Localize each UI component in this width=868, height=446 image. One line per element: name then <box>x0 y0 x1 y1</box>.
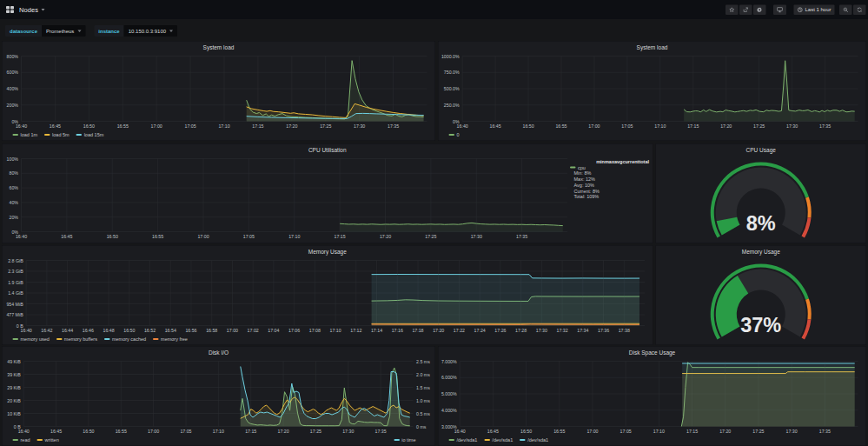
legend-series-dash <box>13 338 19 340</box>
x-axis-label: 17:25 <box>310 429 321 434</box>
x-axis-label: 17:08 <box>309 328 321 333</box>
x-axis-label: 17:35 <box>819 123 831 129</box>
y-axis-label: 80% <box>9 170 18 176</box>
dashboard-title-dropdown[interactable]: Nodes <box>19 6 45 14</box>
x-axis-label: 17:35 <box>388 123 399 129</box>
x-axis-label: 16:50 <box>123 328 135 333</box>
memory-usage-graph-chart[interactable]: 0 B477 MiB954 MiB1.4 GiB1.9 GiB2.3 GiB2.… <box>3 257 653 345</box>
time-range-picker[interactable]: Last 1 hour <box>793 4 834 15</box>
refresh-button[interactable] <box>853 4 866 15</box>
x-axis-label: 16:45 <box>61 234 72 239</box>
grafana-logo-icon[interactable] <box>6 6 14 13</box>
x-axis-label: 17:25 <box>425 234 436 239</box>
y-axis-label: 750.0% <box>444 70 460 75</box>
y-axis-label: 7.000% <box>441 359 457 364</box>
variable-instance: instance 10.150.0.3:9100 <box>94 25 177 37</box>
x-axis-label: 17:05 <box>243 234 255 239</box>
x-axis-label: 16:56 <box>185 328 196 333</box>
settings-button[interactable] <box>753 4 766 15</box>
disk-space-usage-chart[interactable]: 3.000%4.000%5.000%6.000%7.000%16:4016:45… <box>439 358 866 446</box>
y-axis-label: 954 MiB <box>6 302 23 307</box>
legend-series-label: /dev/sda1 <box>457 437 478 443</box>
legend-series-dash <box>76 134 83 136</box>
panel-memory-usage-gauge: Memory Usage37% <box>656 245 867 345</box>
legend-item[interactable]: io time <box>394 437 415 443</box>
refresh-icon <box>857 7 863 13</box>
y-axis-label: 100% <box>7 156 19 162</box>
y-axis-label: 40% <box>9 200 18 205</box>
variable-instance-value: 10.150.0.3:9100 <box>129 28 166 34</box>
x-axis-label: 17:20 <box>277 429 288 434</box>
panel-title-cpu-usage-gauge[interactable]: CPU Usage <box>656 144 866 156</box>
legend-series-label: memory free <box>161 336 188 342</box>
x-axis-label: 17:28 <box>515 328 527 333</box>
y-axis-right-label: 1.5 ms <box>416 385 430 390</box>
legend-item[interactable]: written <box>37 437 59 443</box>
zoom-out-button[interactable] <box>839 4 852 15</box>
x-axis-label: 17:10 <box>218 123 229 129</box>
legend-item[interactable]: memory buffers <box>56 336 97 342</box>
system-load-right-legend: 0 <box>449 132 460 137</box>
legend-item[interactable]: 0 <box>449 132 460 137</box>
zoom-out-icon <box>843 7 849 13</box>
legend-series-label: load 1m <box>21 132 38 137</box>
legend-item[interactable]: read <box>13 437 30 443</box>
x-axis-label: 17:15 <box>686 429 698 434</box>
legend-item[interactable]: /dev/sda1 <box>449 437 478 443</box>
legend-item[interactable]: cpu <box>570 165 649 170</box>
x-axis-label: 17:30 <box>536 328 547 333</box>
system-load-left-legend: load 1mload 5mload 15m <box>13 132 104 137</box>
share-button[interactable] <box>739 4 752 15</box>
panel-title-memory-usage-graph[interactable]: Memory Usage <box>3 246 653 257</box>
legend-item[interactable]: memory free <box>153 336 188 342</box>
panel-title-disk-io[interactable]: Disk I/O <box>3 347 435 358</box>
legend-item[interactable]: load 1m <box>13 132 38 137</box>
cycle-view-button[interactable] <box>773 4 786 15</box>
legend-item[interactable]: load 15m <box>76 132 104 137</box>
legend-series-label: memory cached <box>112 336 146 342</box>
cpu-utilisation-chart[interactable]: 0%20%40%60%80%100%16:4016:4516:5016:5517… <box>3 156 653 243</box>
legend-item[interactable]: load 5m <box>44 132 70 137</box>
x-axis-label: 17:25 <box>752 429 764 434</box>
legend-item[interactable]: /dev/sda1 <box>520 437 548 443</box>
legend-item[interactable]: memory cached <box>104 336 146 342</box>
x-axis-label: 17:20 <box>433 328 444 333</box>
x-axis-label: 17:10 <box>653 429 665 434</box>
star-button[interactable] <box>726 4 739 15</box>
panel-title-system-load-right[interactable]: System load <box>439 42 866 53</box>
legend-series-dash <box>449 439 455 441</box>
variable-datasource-select[interactable]: Prometheus <box>42 25 85 37</box>
series-fill-0 <box>684 61 855 122</box>
panel-title-cpu-utilisation[interactable]: CPU Utilisation <box>3 144 653 156</box>
legend-item[interactable]: /dev/sda1 <box>484 437 513 443</box>
x-axis-label: 16:55 <box>117 123 129 129</box>
logo-square <box>6 6 10 10</box>
panel-title-system-load-left[interactable]: System load <box>3 42 435 53</box>
disk-space-usage-legend: /dev/sda1/dev/sda1/dev/sda1 <box>449 437 549 443</box>
x-axis-label: 17:35 <box>819 429 831 434</box>
system-load-right-chart[interactable]: 0%250.0%500.0%750.0%1000.0%16:4016:4516:… <box>439 53 866 141</box>
gauge-value: 8% <box>746 212 776 235</box>
x-axis-label: 16:50 <box>83 429 94 434</box>
system-load-left-chart[interactable]: 0%200%400%600%800%16:4016:4516:5016:5517… <box>3 53 435 141</box>
x-axis-label: 16:45 <box>487 429 499 434</box>
x-axis-label: 17:00 <box>151 123 162 129</box>
x-axis-label: 16:52 <box>144 328 156 333</box>
legend-item[interactable]: memory used <box>13 336 50 342</box>
panel-title-disk-space-usage[interactable]: Disk Space Usage <box>439 347 866 358</box>
y-axis-label: 2.8 GiB <box>8 258 23 263</box>
logo-square <box>10 10 14 14</box>
variable-instance-label: instance <box>94 25 123 37</box>
panel-title-memory-usage-gauge[interactable]: Memory Usage <box>656 246 866 257</box>
x-axis-label: 16:40 <box>457 123 468 129</box>
x-axis-label: 17:30 <box>786 429 798 434</box>
disk-io-chart[interactable]: 0 B10 KiB20 KiB29 KiB39 KiB49 KiB0 ms0.5… <box>3 358 435 446</box>
x-axis-label: 16:54 <box>165 328 176 333</box>
disk-io-legend-right: io time <box>394 437 415 443</box>
chevron-down-icon <box>77 30 81 32</box>
variable-instance-select[interactable]: 10.150.0.3:9100 <box>124 25 177 37</box>
panel-cpu-usage-gauge: CPU Usage8% <box>656 143 867 243</box>
legend-series-label: /dev/sda1 <box>527 437 548 443</box>
y-axis-label: 6.000% <box>441 375 457 380</box>
x-axis-label: 17:06 <box>288 328 300 333</box>
